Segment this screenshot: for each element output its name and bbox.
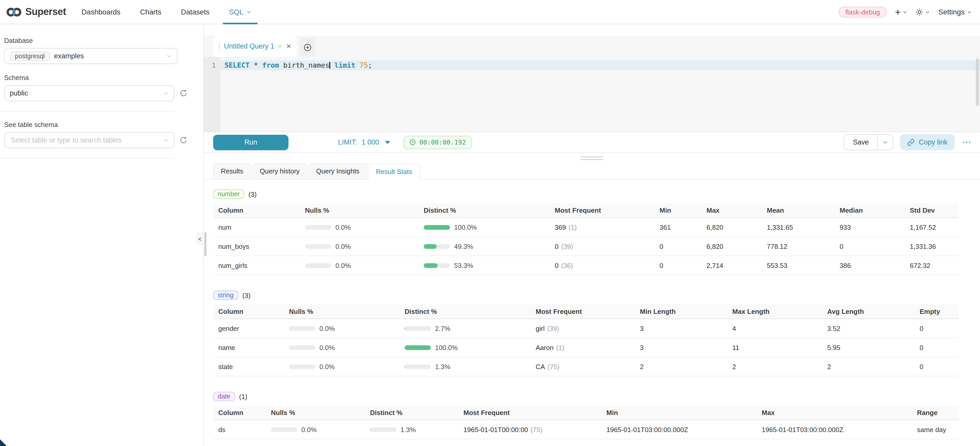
sidebar-scrollbar-thumb[interactable]	[204, 232, 207, 256]
stat-cell: 0	[920, 363, 959, 370]
stats-table: ColumnNulls %Distinct %Most FrequentMin …	[213, 304, 959, 376]
mouse-cursor-artifact	[0, 439, 7, 446]
database-value: examples	[54, 52, 84, 60]
sql-code-editor[interactable]: 1 SELECT * from birth_names limit 75;	[204, 57, 980, 132]
row-column-name: num	[213, 223, 305, 231]
column-header: Distinct %	[370, 409, 463, 417]
table-select[interactable]	[4, 132, 174, 148]
progress-bar	[305, 263, 331, 268]
tab-query-history[interactable]: Query history	[252, 163, 307, 179]
type-count: (3)	[248, 190, 257, 198]
stat-cell: 4	[732, 325, 827, 332]
stat-cell: 553.53	[767, 261, 840, 269]
run-button[interactable]: Run	[213, 134, 288, 150]
nav-dashboards[interactable]: Dashboards	[78, 0, 124, 24]
chevron-down-icon	[903, 10, 907, 14]
schema-row: public	[4, 85, 196, 101]
table-row: name0.0%100.0%Aaron(1)3115.950	[213, 338, 959, 357]
percent-bar-cell: 53.3%	[424, 261, 555, 269]
stat-cell: 1965-01-01T03:00:00.000Z	[606, 425, 762, 433]
percent-label: 1.3%	[401, 425, 416, 433]
column-header: Max	[706, 207, 767, 214]
column-header: Median	[840, 207, 910, 214]
progress-bar	[424, 263, 450, 268]
theme-toggle[interactable]	[916, 8, 930, 16]
column-header: Most Frequent	[536, 307, 640, 315]
schema-value: public	[10, 89, 28, 97]
type-count: (3)	[242, 291, 251, 299]
column-header: Empty	[920, 307, 959, 315]
success-check-icon	[278, 42, 281, 50]
percent-label: 100.0%	[454, 223, 477, 231]
progress-bar	[305, 244, 331, 248]
table-row: ds0.0%1.3%1965-01-01T00:00:00(75)1965-01…	[213, 420, 959, 439]
stat-cell: 1,331.65	[767, 223, 840, 231]
most-frequent-cell: 369(1)	[555, 223, 660, 231]
most-frequent-cell: 0(39)	[555, 242, 660, 250]
new-query-tab-button[interactable]	[300, 38, 315, 57]
save-button[interactable]: Save	[844, 135, 878, 150]
tab-results[interactable]: Results	[213, 163, 251, 179]
stat-cell: 2	[732, 363, 827, 370]
navbar-right: flask-debug + Settings	[838, 6, 972, 17]
save-options-caret[interactable]	[878, 135, 893, 150]
editor-scrollbar-thumb[interactable]	[976, 58, 979, 106]
sun-icon	[916, 8, 923, 16]
refresh-tables-button[interactable]	[180, 136, 187, 144]
percent-label: 0.0%	[320, 363, 335, 370]
code-token: ;	[368, 61, 372, 69]
column-header: Distinct %	[404, 307, 536, 315]
new-item-button[interactable]: +	[895, 7, 907, 17]
chevron-down-icon	[967, 10, 972, 14]
stat-cell: 361	[660, 223, 706, 231]
nav-datasets[interactable]: Datasets	[178, 0, 213, 24]
stat-cell: 0	[660, 261, 706, 269]
tab-query-insights[interactable]: Query Insights	[309, 163, 367, 179]
code-token: SELECT	[224, 61, 250, 69]
schema-select[interactable]: public	[4, 85, 174, 101]
table-search-input[interactable]	[10, 136, 163, 145]
superset-logo[interactable]: Superset	[6, 6, 66, 18]
row-column-name: gender	[213, 325, 289, 332]
nav-charts[interactable]: Charts	[137, 0, 164, 24]
most-frequent-cell: girl(39)	[536, 325, 640, 332]
table-row: num_boys0.0%49.3%0(39)06,820778.1201,331…	[213, 237, 959, 256]
row-column-name: num_girls	[213, 261, 305, 269]
pane-resize-grip[interactable]	[204, 153, 980, 160]
stat-cell: 0	[660, 242, 706, 250]
progress-bar	[289, 326, 315, 331]
tab-result-stats[interactable]: Result Stats	[368, 164, 420, 180]
save-split-button: Save	[843, 134, 894, 150]
query-tab[interactable]: Untitled Query 1	[213, 36, 297, 57]
column-header: Range	[917, 409, 959, 417]
settings-menu[interactable]: Settings	[939, 8, 972, 16]
stat-cell: 3.52	[827, 325, 920, 332]
database-select[interactable]: postgresql examples	[4, 48, 178, 64]
code-token: limit	[334, 61, 355, 69]
percent-bar-cell: 2.7%	[404, 325, 536, 332]
column-header: Max	[762, 409, 917, 417]
percent-label: 1.3%	[435, 363, 450, 370]
stat-cell: 1,167.52	[910, 223, 959, 231]
refresh-schemas-button[interactable]	[180, 89, 187, 97]
percent-bar-cell: 0.0%	[305, 223, 424, 231]
caret-down-icon	[385, 141, 390, 144]
row-column-name: state	[213, 363, 289, 370]
copy-link-button[interactable]: Copy link	[900, 134, 955, 150]
close-tab-icon[interactable]	[286, 43, 291, 49]
more-actions-button[interactable]: ···	[961, 138, 973, 147]
query-tab-title: Untitled Query 1	[224, 42, 274, 50]
drag-handle-icon[interactable]	[218, 43, 220, 50]
toolbar-right: Save Copy link ···	[843, 134, 973, 150]
percent-bar-cell: 100.0%	[404, 344, 536, 351]
percent-bar-cell: 1.3%	[370, 425, 463, 433]
query-tabstrip: Untitled Query 1	[204, 36, 980, 57]
sql-editor-panel: Untitled Query 1 1	[204, 24, 980, 446]
nav-sql[interactable]: SQL	[226, 0, 255, 24]
collapse-sidebar-button[interactable]: <	[196, 232, 204, 245]
elapsed-time: 00:00:00.192	[419, 139, 466, 146]
column-header: Column	[213, 307, 289, 315]
limit-dropdown[interactable]: LIMIT: 1 000	[338, 139, 390, 146]
environment-badge: flask-debug	[838, 6, 886, 17]
database-label: Database	[4, 37, 196, 45]
